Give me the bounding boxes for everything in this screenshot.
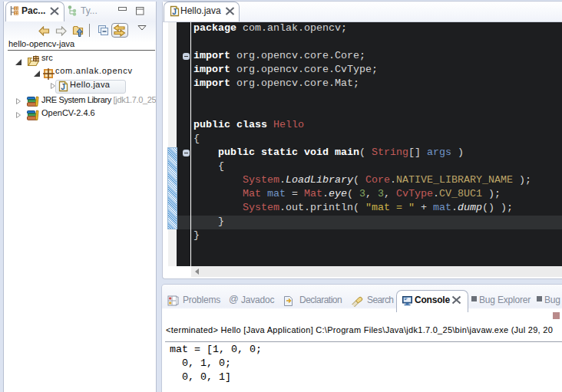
svg-text:J: J bbox=[172, 7, 177, 15]
svg-text:J: J bbox=[61, 83, 65, 91]
